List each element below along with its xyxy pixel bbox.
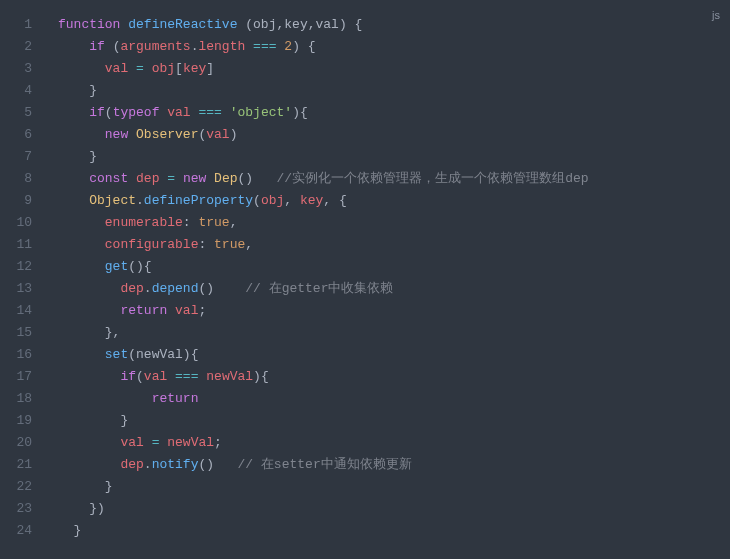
line-number: 20: [0, 432, 42, 454]
code-line: val = newVal;: [58, 432, 730, 454]
line-number: 19: [0, 410, 42, 432]
line-number: 21: [0, 454, 42, 476]
code-line: if(typeof val === 'object'){: [58, 102, 730, 124]
code-line: configurable: true,: [58, 234, 730, 256]
code-line: if(val === newVal){: [58, 366, 730, 388]
line-number: 14: [0, 300, 42, 322]
language-badge: js: [712, 4, 720, 26]
code-area: function defineReactive (obj,key,val) { …: [42, 14, 730, 542]
code-line: val = obj[key]: [58, 58, 730, 80]
line-number: 11: [0, 234, 42, 256]
line-number: 7: [0, 146, 42, 168]
code-line: Object.defineProperty(obj, key, {: [58, 190, 730, 212]
line-number: 13: [0, 278, 42, 300]
line-number: 23: [0, 498, 42, 520]
code-line: }): [58, 498, 730, 520]
line-number: 16: [0, 344, 42, 366]
code-line: }: [58, 80, 730, 102]
line-number: 10: [0, 212, 42, 234]
line-number: 22: [0, 476, 42, 498]
line-number: 24: [0, 520, 42, 542]
line-number: 5: [0, 102, 42, 124]
code-line: }: [58, 146, 730, 168]
code-line: return: [58, 388, 730, 410]
code-line: enumerable: true,: [58, 212, 730, 234]
line-number: 3: [0, 58, 42, 80]
code-line: }: [58, 410, 730, 432]
line-number: 9: [0, 190, 42, 212]
line-number: 4: [0, 80, 42, 102]
line-number: 6: [0, 124, 42, 146]
code-line: }: [58, 476, 730, 498]
code-line: get(){: [58, 256, 730, 278]
code-line: if (arguments.length === 2) {: [58, 36, 730, 58]
code-line: }: [58, 520, 730, 542]
line-number: 15: [0, 322, 42, 344]
code-editor: 123456789101112131415161718192021222324 …: [0, 0, 730, 542]
code-line: },: [58, 322, 730, 344]
code-line: new Observer(val): [58, 124, 730, 146]
line-number: 1: [0, 14, 42, 36]
line-number: 2: [0, 36, 42, 58]
line-number: 8: [0, 168, 42, 190]
code-line: dep.depend() // 在getter中收集依赖: [58, 278, 730, 300]
code-line: set(newVal){: [58, 344, 730, 366]
code-line: const dep = new Dep() //实例化一个依赖管理器，生成一个依…: [58, 168, 730, 190]
line-number: 12: [0, 256, 42, 278]
line-number: 18: [0, 388, 42, 410]
code-line: function defineReactive (obj,key,val) {: [58, 14, 730, 36]
line-gutter: 123456789101112131415161718192021222324: [0, 14, 42, 542]
line-number: 17: [0, 366, 42, 388]
code-line: dep.notify() // 在setter中通知依赖更新: [58, 454, 730, 476]
code-line: return val;: [58, 300, 730, 322]
